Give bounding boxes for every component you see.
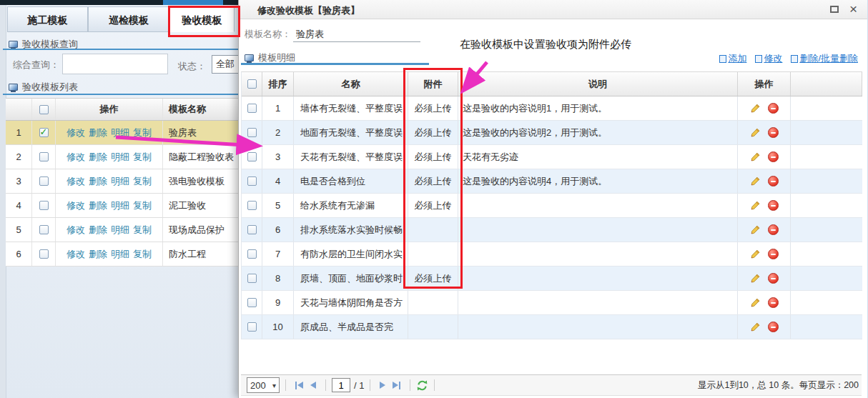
detail-row: 4 电是否合格到位 必须上传 这是验收的内容说明4，用于测试。 [242,169,862,194]
copy-link[interactable]: 复制 [133,175,152,188]
pencil-icon[interactable] [750,176,761,186]
detail-link[interactable]: 明细 [111,224,129,237]
delete-link[interactable]: 删除 [89,175,107,188]
edit-link[interactable]: 修改 [66,248,85,261]
minus-circle-icon[interactable] [768,200,779,211]
edit-link[interactable]: 修改 [66,199,85,212]
delete-link[interactable]: 删除 [89,126,107,139]
row-checkbox[interactable] [247,322,257,332]
minus-circle-icon[interactable] [768,103,779,114]
row-checkbox[interactable] [247,152,257,161]
minus-circle-icon[interactable] [768,127,779,138]
last-page-button[interactable] [393,382,400,389]
refresh-icon[interactable] [416,379,428,392]
rownum-header [6,99,32,120]
copy-link[interactable]: 复制 [133,151,152,164]
combined-query-input[interactable] [62,54,168,74]
detail-link[interactable]: 明细 [111,151,129,164]
modal-titlebar[interactable]: 修改验收模板【验房表】 × [239,0,867,19]
modify-link[interactable]: 修改 [755,52,782,65]
template-name-underline [293,41,420,42]
delete-link[interactable]: 删除 [89,199,107,212]
pencil-icon[interactable] [750,224,761,235]
detail-link[interactable]: 明细 [111,126,129,139]
minus-circle-icon[interactable] [768,151,779,162]
add-link[interactable]: 添加 [719,52,746,65]
template-list-row: 2 修改 删除 明细 复制 隐蔽工程验收表 [6,145,238,169]
edit-link[interactable]: 修改 [66,151,85,164]
select-all-checkbox[interactable] [247,79,257,89]
row-checkbox[interactable] [247,201,257,210]
tab-acceptance-template[interactable]: 验收模板 [169,6,235,32]
row-checkbox[interactable] [39,176,49,186]
pencil-icon[interactable] [750,322,761,332]
detail-row: 9 天花与墙体阴阳角是否方 [242,291,862,315]
prev-page-button[interactable] [310,382,316,389]
template-name-value[interactable]: 验房表 [296,28,324,41]
status-label: 状态： [178,60,206,73]
minus-circle-icon[interactable] [768,273,779,284]
status-dropdown[interactable]: 全部 [212,55,238,74]
edit-link[interactable]: 修改 [66,126,85,139]
row-checkbox[interactable] [39,201,49,210]
copy-link[interactable]: 复制 [133,199,152,212]
attachment-cell [408,315,458,339]
pencil-icon[interactable] [750,151,761,162]
delete-link[interactable]: 删除 [89,248,107,261]
minus-circle-icon[interactable] [768,224,779,235]
pencil-icon[interactable] [750,200,761,211]
minus-circle-icon[interactable] [768,322,779,332]
select-all-checkbox[interactable] [39,105,49,114]
row-checkbox[interactable] [247,128,257,137]
attachment-cell: 必须上传 [408,96,458,120]
delete-batch-delete-link[interactable]: 删除/批量删除 [791,52,858,65]
select-all-checkbox-cell [32,99,56,120]
order-column-header: 排序 [262,72,294,96]
pencil-icon[interactable] [750,103,761,114]
minus-circle-icon[interactable] [768,176,779,186]
page-number-input[interactable] [332,378,350,392]
row-checkbox[interactable] [39,152,49,161]
name-cell: 给水系统有无渗漏 [294,194,408,217]
pencil-icon[interactable] [750,249,761,259]
row-checkbox[interactable] [247,225,257,234]
row-checkbox[interactable] [247,274,257,283]
delete-link[interactable]: 删除 [89,151,107,164]
top-strip-blue-segment [163,0,223,5]
order-cell: 9 [262,291,294,314]
template-name-cell: 强电验收模板 [163,169,238,193]
row-checkbox[interactable] [39,128,49,137]
detail-link[interactable]: 明细 [111,199,129,212]
pencil-icon[interactable] [750,297,761,308]
operation-column-header: 操作 [738,72,791,96]
first-page-button[interactable] [295,382,303,389]
close-icon[interactable]: × [849,1,857,18]
row-checkbox[interactable] [247,176,257,186]
row-checkbox[interactable] [247,249,257,259]
list-section-header: 验收模板列表 [9,81,78,94]
detail-link[interactable]: 明细 [111,248,129,261]
template-list-row: 3 修改 删除 明细 复制 强电验收模板 [6,169,238,194]
edit-link[interactable]: 修改 [66,175,85,188]
row-checkbox[interactable] [39,249,49,259]
row-checkbox[interactable] [247,104,257,113]
copy-link[interactable]: 复制 [133,126,152,139]
template-name-cell: 验房表 [163,121,238,144]
row-checkbox[interactable] [39,225,49,234]
tab-inspection-template[interactable]: 巡检模板 [88,6,169,32]
minus-circle-icon[interactable] [768,297,779,308]
page-size-select[interactable]: 200▾ [247,377,280,393]
tab-construction-template[interactable]: 施工模板 [7,6,88,32]
maximize-icon[interactable] [830,6,839,13]
attachment-cell: 必须上传 [408,169,458,193]
copy-link[interactable]: 复制 [133,248,152,261]
copy-link[interactable]: 复制 [133,224,152,237]
edit-link[interactable]: 修改 [66,224,85,237]
next-page-button[interactable] [380,382,385,389]
detail-link[interactable]: 明细 [111,175,129,188]
delete-link[interactable]: 删除 [89,224,107,237]
pencil-icon[interactable] [750,127,761,138]
row-checkbox[interactable] [247,298,257,307]
minus-circle-icon[interactable] [768,249,779,259]
pencil-icon[interactable] [750,273,761,284]
